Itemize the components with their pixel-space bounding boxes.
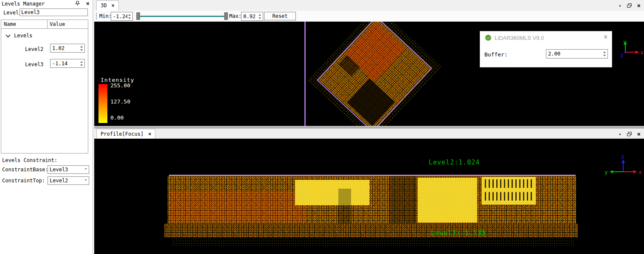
min-label: Min: [99, 13, 112, 19]
constraint-top-combobox[interactable]: Level2 ▾ [48, 176, 89, 185]
axis-x-label: x [638, 169, 642, 175]
tabbar-3d: 3D× ▾ × [94, 0, 644, 11]
panel-title: Levels Manager [2, 1, 45, 7]
pointcloud-red-zone [170, 191, 306, 223]
level3-spinbox[interactable] [50, 59, 85, 68]
tree-group-levels[interactable]: Levels [14, 33, 32, 39]
tab-3d-label: 3D [101, 3, 107, 8]
buffer-spinbox[interactable] [546, 49, 608, 59]
axis-gizmo-profile: z y x [604, 154, 644, 179]
pointcloud-profile [168, 176, 576, 223]
legend-tick-min: 0.00 [110, 114, 124, 121]
chevron-down-icon: ▾ [85, 178, 87, 182]
column-divider[interactable] [47, 20, 48, 28]
min-value[interactable] [111, 12, 127, 20]
level3-annotation: Level3:-1.135 [431, 229, 486, 237]
level3-value[interactable] [51, 59, 79, 67]
dialog-close-icon[interactable]: × [604, 33, 607, 41]
max-spinbox[interactable] [241, 12, 263, 21]
min-spinbox[interactable] [111, 12, 133, 21]
axis-x-label: x [640, 49, 644, 56]
pin-icon[interactable] [75, 1, 81, 7]
chevron-down-icon[interactable] [6, 33, 10, 37]
bright-window-region [295, 180, 369, 205]
bright-window-region [418, 178, 477, 223]
pane-close-icon[interactable]: × [637, 131, 641, 137]
axis-y-label: y [623, 39, 627, 45]
buffer-label: Buffer: [484, 51, 508, 58]
toolbar-grip-handle[interactable] [96, 13, 97, 20]
levels-manager-panel: Levels Manager × Level: Name Value Level… [0, 0, 93, 254]
pointcloud-topview [317, 22, 432, 126]
tab-close-icon[interactable]: × [148, 131, 151, 137]
dialog-title: LiDAR360MLS V9.0 [495, 35, 544, 41]
reset-button[interactable]: Reset [264, 12, 296, 20]
pointcloud-profile-lower [164, 223, 578, 238]
float-pane-icon[interactable] [627, 3, 632, 8]
axis-y-label: y [605, 169, 608, 175]
panel-header: Levels Manager × [0, 0, 93, 8]
constraint-top-label: ConstraintTop: [2, 178, 45, 184]
max-value[interactable] [242, 12, 258, 20]
axis-gizmo-3d: y x z [614, 39, 644, 62]
pane-controls-profile: ▾ × [619, 131, 641, 137]
level2-plane-line [169, 175, 576, 176]
intensity-colorbar [98, 84, 107, 123]
pane-close-icon[interactable]: × [637, 2, 641, 9]
profile-section-line[interactable] [304, 22, 306, 126]
table-row-level3-name[interactable]: Level3 [25, 61, 43, 67]
chevron-down-icon: ▾ [85, 167, 87, 171]
spin-buttons[interactable] [79, 44, 84, 52]
level-input[interactable] [20, 8, 88, 16]
slider-handle-max[interactable] [224, 12, 228, 20]
legend-tick-max: 255.00 [110, 82, 130, 89]
levels-constraint-label: Levels Constraint: [2, 157, 57, 163]
spin-buttons[interactable] [79, 59, 84, 67]
dark-column-region [338, 189, 351, 223]
table-header[interactable]: Name Value [1, 20, 88, 29]
constraint-base-value: Level3 [50, 167, 68, 173]
spin-buttons[interactable] [257, 12, 262, 20]
panel-close-icon[interactable]: × [86, 0, 90, 7]
column-value: Value [50, 21, 65, 27]
spin-buttons[interactable] [127, 12, 132, 20]
level-label: Level: [3, 10, 22, 16]
viewport-3d[interactable]: Intensity 255.00 127.50 0.00 LiDAR360MLS… [94, 22, 644, 126]
slider-handle-min[interactable] [136, 12, 140, 20]
lidar360-logo-icon [485, 34, 492, 42]
level2-spinbox[interactable] [50, 44, 85, 53]
float-pane-icon[interactable] [627, 132, 632, 137]
constraint-base-label: ConstraintBase: [2, 167, 48, 173]
tabbar-profile: Profile[Focus]× ▾ × [94, 128, 644, 139]
buffer-value[interactable] [546, 50, 602, 58]
lidar360mls-dialog[interactable]: LiDAR360MLS V9.0 × Buffer: [480, 31, 612, 67]
window-frame-marks [485, 192, 532, 201]
spin-buttons[interactable] [602, 50, 607, 58]
viewer-area: 3D× ▾ × Min: Max: Reset Intensity 255.00… [94, 0, 644, 254]
level2-annotation: Level2:1.024 [429, 159, 480, 166]
axis-z-label: z [620, 52, 624, 59]
tab-close-icon[interactable]: × [111, 3, 114, 8]
window-frame-marks [485, 179, 532, 188]
pointcloud-ground-scatter [172, 238, 575, 246]
table-row-level2-name[interactable]: Level2 [25, 46, 43, 52]
constraint-base-combobox[interactable]: Level3 ▾ [48, 165, 89, 174]
viewport-profile[interactable]: Level2:1.024 Level3:-1.135 z y x [94, 139, 644, 254]
constraint-top-value: Level2 [50, 178, 68, 184]
levels-table: Name Value Levels Level2 Level3 [1, 20, 88, 154]
pane-menu-icon[interactable]: ▾ [619, 3, 622, 8]
max-label: Max: [229, 13, 242, 19]
tab-profile-label: Profile[Focus] [101, 131, 143, 137]
dark-column-region [389, 176, 416, 223]
legend-tick-mid: 127.50 [110, 98, 130, 105]
axis-z-label: z [621, 154, 624, 160]
column-name: Name [4, 21, 16, 27]
pane-controls-3d: ▾ × [619, 2, 641, 9]
bright-window-region [481, 177, 536, 205]
intensity-toolbar: Min: Max: Reset [94, 11, 644, 22]
pane-menu-icon[interactable]: ▾ [619, 132, 622, 137]
range-slider-track[interactable] [140, 16, 224, 17]
level2-value[interactable] [51, 44, 79, 52]
